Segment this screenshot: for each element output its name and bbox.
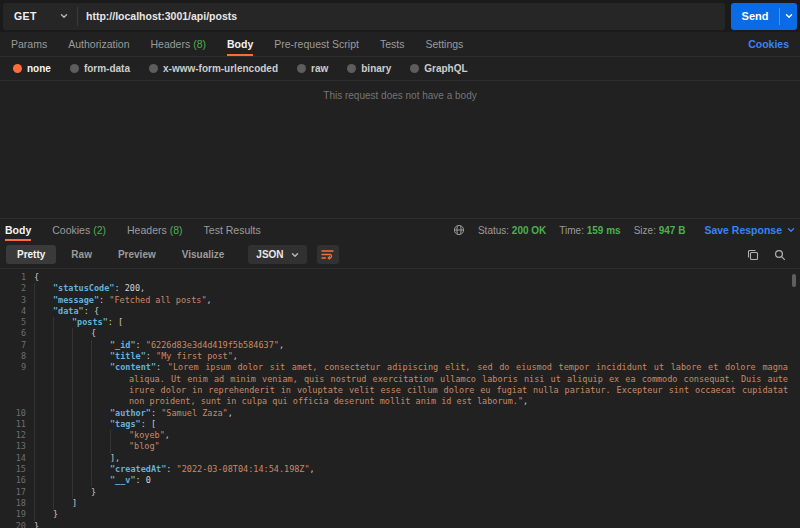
indent-guide bbox=[91, 362, 110, 407]
radio-icon[interactable] bbox=[347, 64, 356, 73]
network-globe-icon[interactable] bbox=[453, 224, 465, 236]
indent-guide bbox=[72, 362, 91, 407]
code-line: 7"_id": "6226d83e3d4d419f5b584637", bbox=[0, 340, 788, 351]
token-p: : bbox=[146, 351, 156, 361]
response-body-json-viewer[interactable]: 1{2"statusCode": 200,3"message": "Fetche… bbox=[0, 269, 800, 528]
token-p: : bbox=[136, 340, 146, 350]
radio-label: GraphQL bbox=[424, 63, 467, 74]
line-number: 13 bbox=[0, 441, 34, 452]
view-tab-pretty[interactable]: Pretty bbox=[6, 245, 56, 264]
code-line: 4"data": { bbox=[0, 306, 788, 317]
body-type-binary[interactable]: binary bbox=[347, 63, 391, 74]
request-tab-authorization[interactable]: Authorization bbox=[68, 32, 129, 56]
response-tab-test-results[interactable]: Test Results bbox=[204, 219, 261, 241]
token-p: { bbox=[34, 272, 39, 282]
body-type-raw[interactable]: raw bbox=[297, 63, 328, 74]
code-line-content: } bbox=[91, 487, 788, 498]
save-response-button[interactable]: Save Response bbox=[704, 224, 795, 236]
tab-label: Pre-request Script bbox=[274, 38, 359, 50]
request-tab-settings[interactable]: Settings bbox=[425, 32, 463, 56]
token-p: : bbox=[108, 317, 118, 327]
code-line: 6{ bbox=[0, 328, 788, 339]
indent-guide bbox=[34, 475, 53, 486]
indent-guide bbox=[91, 351, 110, 362]
body-type-x-www-form-urlencoded[interactable]: x-www-form-urlencoded bbox=[149, 63, 278, 74]
token-p: [ bbox=[118, 317, 123, 327]
radio-icon[interactable] bbox=[70, 64, 79, 73]
token-p: , bbox=[140, 283, 145, 293]
send-button-label[interactable]: Send bbox=[731, 3, 779, 30]
indent-guide bbox=[34, 351, 53, 362]
request-tab-headers[interactable]: Headers(8) bbox=[150, 32, 206, 56]
code-line-content: "__v": 0 bbox=[110, 475, 788, 486]
format-selected-label: JSON bbox=[256, 249, 283, 260]
token-p: , bbox=[310, 464, 315, 474]
code-line: 20} bbox=[0, 521, 788, 528]
format-dropdown[interactable]: JSON bbox=[248, 245, 306, 264]
code-line-content: } bbox=[34, 521, 788, 528]
token-s: "blog" bbox=[129, 441, 160, 451]
tab-label: Body bbox=[227, 38, 253, 50]
request-tab-pre-request-script[interactable]: Pre-request Script bbox=[274, 32, 359, 56]
request-tab-tests[interactable]: Tests bbox=[380, 32, 405, 56]
send-options-caret[interactable] bbox=[780, 3, 797, 30]
radio-icon[interactable] bbox=[297, 64, 306, 73]
line-number: 19 bbox=[0, 509, 34, 520]
indent-guide bbox=[72, 453, 91, 464]
time-badge: Time: 159 ms bbox=[559, 225, 620, 236]
token-p: : bbox=[84, 306, 94, 316]
response-tab-headers[interactable]: Headers(8) bbox=[127, 219, 183, 241]
response-header-row: BodyCookies(2)Headers(8)Test Results Sta… bbox=[0, 218, 800, 241]
token-p: : bbox=[136, 475, 146, 485]
radio-icon[interactable] bbox=[149, 64, 158, 73]
request-tab-params[interactable]: Params bbox=[11, 32, 47, 56]
response-tab-cookies[interactable]: Cookies(2) bbox=[52, 219, 106, 241]
code-line-content: "statusCode": 200, bbox=[53, 283, 788, 294]
code-line: 18] bbox=[0, 498, 788, 509]
method-label: GET bbox=[14, 10, 37, 22]
view-tab-preview[interactable]: Preview bbox=[107, 245, 167, 264]
radio-icon[interactable] bbox=[13, 64, 22, 73]
token-s: "Fetched all posts" bbox=[109, 295, 206, 305]
tab-label: Test Results bbox=[204, 224, 261, 236]
token-p: : bbox=[99, 295, 109, 305]
request-tab-body[interactable]: Body bbox=[227, 32, 253, 56]
request-body-empty-area: This request does not have a body bbox=[0, 81, 800, 218]
view-tab-raw[interactable]: Raw bbox=[60, 245, 103, 264]
tab-label: Settings bbox=[425, 38, 463, 50]
body-type-GraphQL[interactable]: GraphQL bbox=[410, 63, 467, 74]
copy-icon[interactable] bbox=[747, 249, 759, 261]
send-button[interactable]: Send bbox=[731, 3, 797, 30]
tab-label: Authorization bbox=[68, 38, 129, 50]
radio-icon[interactable] bbox=[410, 64, 419, 73]
line-number: 16 bbox=[0, 475, 34, 486]
indent-guide bbox=[72, 419, 91, 430]
line-number: 3 bbox=[0, 295, 34, 306]
token-p: ] bbox=[72, 498, 77, 508]
code-line-content: "data": { bbox=[53, 306, 788, 317]
method-dropdown[interactable]: GET bbox=[3, 3, 77, 30]
size-badge: Size: 947 B bbox=[634, 225, 686, 236]
url-input[interactable] bbox=[78, 3, 725, 30]
cookies-link[interactable]: Cookies bbox=[748, 32, 789, 56]
wrap-text-button[interactable] bbox=[317, 245, 339, 264]
chevron-down-icon bbox=[787, 226, 795, 234]
token-s: "2022-03-08T04:14:54.198Z" bbox=[177, 464, 310, 474]
view-tab-visualize[interactable]: Visualize bbox=[171, 245, 236, 264]
body-type-none[interactable]: none bbox=[13, 63, 51, 74]
line-number: 10 bbox=[0, 408, 34, 419]
indent-guide bbox=[34, 306, 53, 317]
scrollbar-thumb[interactable] bbox=[792, 274, 796, 287]
response-tab-body[interactable]: Body bbox=[5, 219, 31, 241]
indent-guide bbox=[53, 441, 72, 452]
code-line: 14], bbox=[0, 453, 788, 464]
line-number: 2 bbox=[0, 283, 34, 294]
indent-guide bbox=[53, 408, 72, 419]
token-s: "My first post" bbox=[156, 351, 233, 361]
line-number: 15 bbox=[0, 464, 34, 475]
indent-guide bbox=[91, 475, 110, 486]
search-icon[interactable] bbox=[774, 249, 786, 261]
body-type-form-data[interactable]: form-data bbox=[70, 63, 130, 74]
indent-guide bbox=[53, 419, 72, 430]
line-number: 6 bbox=[0, 328, 34, 339]
